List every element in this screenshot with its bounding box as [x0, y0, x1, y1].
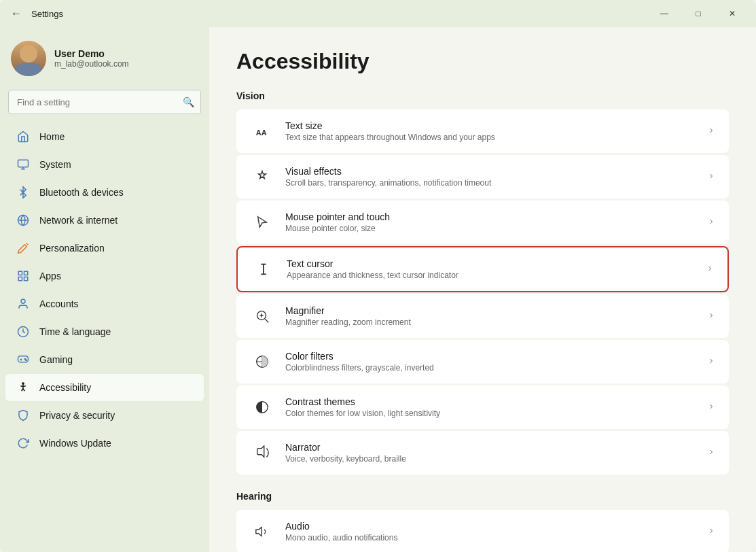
- avatar: [11, 41, 46, 76]
- apps-icon: [16, 269, 30, 283]
- svg-point-10: [21, 299, 25, 303]
- chevron-right-icon: [707, 126, 715, 137]
- sidebar-item-label: Network & internet: [39, 215, 118, 226]
- svg-rect-6: [18, 271, 22, 275]
- close-button[interactable]: ✕: [717, 3, 748, 24]
- settings-item-visual-effects[interactable]: Visual effects Scroll bars, transparency…: [236, 155, 729, 199]
- sidebar-item-accounts[interactable]: Accounts: [5, 290, 204, 317]
- sections-container: VisionAA Text size Text size that appear…: [236, 90, 729, 552]
- section-vision: VisionAA Text size Text size that appear…: [236, 90, 729, 475]
- sidebar-item-time[interactable]: Time & language: [5, 318, 204, 345]
- settings-item-contrast-themes[interactable]: Contrast themes Color themes for low vis…: [236, 385, 729, 429]
- user-email: m_lab@outlook.com: [54, 59, 129, 69]
- settings-item-color-filters[interactable]: Color filters Colorblindness filters, gr…: [236, 340, 729, 383]
- color-filters-icon: [250, 349, 274, 374]
- sidebar-item-accessibility[interactable]: Accessibility: [5, 374, 204, 401]
- sidebar-item-personalization[interactable]: Personalization: [5, 235, 204, 262]
- chevron-right-icon: [707, 311, 715, 322]
- item-title: Contrast themes: [285, 396, 696, 407]
- system-icon: [16, 158, 30, 171]
- section-title: Hearing: [236, 491, 729, 502]
- sidebar-item-system[interactable]: System: [5, 151, 204, 178]
- item-subtitle: Mono audio, audio notifications: [285, 533, 696, 542]
- page-title: Accessibility: [236, 49, 729, 74]
- sidebar-item-label: Apps: [39, 271, 61, 281]
- settings-item-text-cursor[interactable]: Text cursor Appearance and thickness, te…: [236, 246, 729, 292]
- settings-item-mouse-pointer[interactable]: Mouse pointer and touch Mouse pointer co…: [236, 201, 729, 244]
- chevron-right-icon: [707, 526, 715, 537]
- item-title: Color filters: [285, 351, 696, 362]
- svg-rect-9: [18, 277, 22, 281]
- mouse-pointer-icon: [250, 210, 274, 235]
- item-text: Audio Mono audio, audio notifications: [285, 521, 696, 542]
- item-title: Audio: [285, 521, 696, 532]
- sidebar-item-privacy[interactable]: Privacy & security: [5, 402, 204, 429]
- search-icon: 🔍: [183, 97, 194, 107]
- sidebar-item-label: Accounts: [39, 298, 79, 309]
- svg-line-5: [26, 243, 29, 245]
- settings-item-narrator[interactable]: Narrator Voice, verbosity, keyboard, bra…: [236, 431, 729, 475]
- chevron-right-icon: [707, 217, 715, 228]
- item-title: Narrator: [285, 442, 696, 453]
- item-subtitle: Magnifier reading, zoom increment: [285, 317, 696, 327]
- item-title: Text size: [285, 120, 696, 131]
- sidebar-item-gaming[interactable]: Gaming: [5, 346, 204, 373]
- visual-effects-icon: [250, 165, 274, 189]
- svg-point-16: [22, 383, 24, 384]
- narrator-icon: [250, 441, 274, 465]
- sidebar-item-label: Home: [39, 131, 65, 142]
- item-text: Magnifier Magnifier reading, zoom increm…: [285, 305, 696, 327]
- text-cursor-icon: [251, 257, 276, 281]
- update-icon: [16, 436, 30, 450]
- sidebar-item-label: Accessibility: [39, 382, 91, 393]
- svg-point-15: [26, 360, 27, 361]
- nav-container: Home System Bluetooth & devices Network …: [0, 122, 209, 458]
- sidebar-item-label: Privacy & security: [39, 410, 115, 421]
- sidebar-item-update[interactable]: Windows Update: [5, 430, 204, 457]
- item-text: Narrator Voice, verbosity, keyboard, bra…: [285, 442, 696, 464]
- settings-item-text-size[interactable]: AA Text size Text size that appears thro…: [236, 109, 729, 153]
- user-profile: User Demo m_lab@outlook.com: [0, 33, 209, 90]
- sidebar-item-apps[interactable]: Apps: [5, 262, 204, 290]
- chevron-right-icon: [707, 171, 715, 182]
- chevron-right-icon: [707, 356, 715, 367]
- time-icon: [16, 325, 30, 339]
- minimize-button[interactable]: —: [649, 3, 680, 24]
- svg-rect-0: [18, 160, 29, 167]
- item-text: Text size Text size that appears through…: [285, 120, 696, 142]
- sidebar-item-label: System: [39, 159, 71, 170]
- settings-item-magnifier[interactable]: Magnifier Magnifier reading, zoom increm…: [236, 294, 729, 338]
- item-subtitle: Color themes for low vision, light sensi…: [285, 409, 696, 418]
- settings-list-vision: AA Text size Text size that appears thro…: [236, 109, 729, 475]
- search-box: 🔍: [8, 90, 201, 114]
- back-button[interactable]: ←: [8, 5, 24, 22]
- svg-rect-8: [24, 277, 28, 281]
- item-subtitle: Colorblindness filters, grayscale, inver…: [285, 363, 696, 373]
- audio-icon: [250, 519, 274, 544]
- svg-line-23: [265, 319, 268, 322]
- item-title: Mouse pointer and touch: [285, 211, 696, 222]
- magnifier-icon: [250, 304, 274, 328]
- sidebar-item-label: Time & language: [39, 326, 111, 337]
- item-title: Visual effects: [285, 166, 696, 177]
- network-icon: [16, 213, 30, 227]
- item-text: Color filters Colorblindness filters, gr…: [285, 351, 696, 373]
- accounts-icon: [16, 297, 30, 311]
- maximize-button[interactable]: □: [683, 3, 714, 24]
- item-subtitle: Voice, verbosity, keyboard, braille: [285, 454, 696, 464]
- chevron-right-icon: [707, 402, 715, 413]
- chevron-right-icon: [707, 447, 715, 458]
- settings-list-hearing: Audio Mono audio, audio notifications: [236, 510, 729, 552]
- settings-item-audio[interactable]: Audio Mono audio, audio notifications: [236, 510, 729, 552]
- home-icon: [16, 130, 30, 143]
- item-text: Visual effects Scroll bars, transparency…: [285, 166, 696, 188]
- item-text: Mouse pointer and touch Mouse pointer co…: [285, 211, 696, 233]
- svg-text:AA: AA: [256, 128, 267, 137]
- item-text: Text cursor Appearance and thickness, te…: [287, 258, 695, 280]
- chevron-right-icon: [706, 264, 714, 275]
- text-size-icon: AA: [250, 119, 274, 143]
- sidebar-item-home[interactable]: Home: [5, 123, 204, 150]
- sidebar-item-bluetooth[interactable]: Bluetooth & devices: [5, 179, 204, 206]
- sidebar-item-network[interactable]: Network & internet: [5, 207, 204, 234]
- search-input[interactable]: [8, 90, 201, 114]
